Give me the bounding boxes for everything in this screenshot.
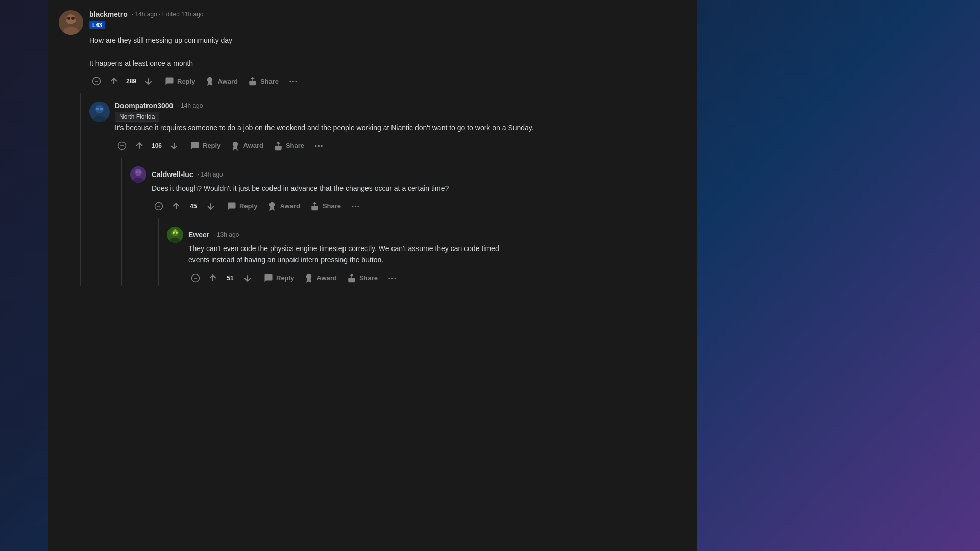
comment-header-eweer: Eweer · 13h ago — [167, 227, 697, 243]
share-icon-eweer — [347, 273, 356, 283]
svg-point-4 — [71, 17, 75, 20]
user-info-doompatron: Doompatron3000 · 14h ago North Florida — [115, 102, 203, 122]
location-doompatron: North Florida — [115, 112, 203, 122]
award-button-eweer[interactable]: Award — [300, 270, 341, 286]
avatar-image-caldwell — [130, 166, 146, 183]
avatar-image-eweer — [167, 227, 183, 243]
comment-block-eweer: Eweer · 13h ago They can't even code the… — [167, 218, 697, 286]
share-icon-doompatron — [274, 141, 283, 151]
comment-body-doompatron: It's because it requires someone to do a… — [89, 122, 697, 286]
avatar-image-blackmetro — [59, 10, 83, 35]
action-bar-blackmetro: 289 Reply — [89, 73, 687, 89]
vote-section-eweer: 51 — [205, 271, 256, 285]
svg-point-19 — [135, 169, 142, 176]
reply-button-doompatron[interactable]: Reply — [186, 138, 225, 154]
username-row-caldwell: Caldwell-luc · 14h ago — [152, 170, 223, 179]
comment-text-caldwell: Does it though? Wouldn't it just be code… — [152, 183, 697, 194]
comment-block-caldwell: Caldwell-luc · 14h ago Does it though? W… — [130, 158, 697, 286]
action-bar-doompatron: 106 Reply — [115, 138, 697, 154]
comment-body-eweer: They can't even code the physics engine … — [167, 243, 697, 286]
username-row-doompatron: Doompatron3000 · 14h ago — [115, 102, 203, 110]
collapse-icon-doompatron — [117, 141, 127, 151]
comment-block-doompatron: Doompatron3000 · 14h ago North Florida I… — [89, 93, 697, 286]
award-button-doompatron[interactable]: Award — [227, 138, 267, 154]
username-row-eweer: Eweer · 13h ago — [188, 231, 239, 239]
upvote-icon-caldwell — [171, 201, 181, 211]
comment-header-doompatron: Doompatron3000 · 14h ago North Florida — [89, 102, 697, 122]
svg-point-34 — [307, 274, 311, 279]
collapse-icon — [92, 77, 101, 86]
share-button-eweer[interactable]: Share — [343, 270, 382, 286]
comment-text-eweer: They can't even code the physics engine … — [188, 243, 697, 266]
username-eweer: Eweer — [188, 231, 209, 239]
downvote-button-caldwell[interactable] — [203, 199, 219, 213]
share-icon-caldwell — [310, 202, 320, 211]
comment-body-caldwell: Does it though? Wouldn't it just be code… — [130, 183, 697, 286]
vote-count-caldwell: 45 — [187, 203, 200, 210]
downvote-button-doompatron[interactable] — [166, 139, 182, 153]
svg-point-31 — [176, 232, 178, 234]
level-badge-blackmetro: L43 — [89, 20, 204, 29]
upvote-button-doompatron[interactable] — [131, 139, 148, 153]
svg-point-30 — [173, 232, 175, 234]
collapse-button-eweer[interactable] — [188, 271, 203, 285]
vote-count-doompatron: 106 — [151, 142, 163, 149]
downvote-button-eweer[interactable] — [239, 271, 256, 285]
upvote-button-eweer[interactable] — [205, 271, 221, 285]
svg-point-22 — [139, 171, 141, 173]
timestamp-blackmetro: · 14h ago · Edited 11h ago — [132, 11, 204, 18]
avatar-blackmetro — [59, 10, 83, 35]
username-row-blackmetro: blackmetro · 14h ago · Edited 11h ago — [89, 10, 204, 18]
more-button-eweer[interactable]: ··· — [384, 270, 401, 286]
award-icon-doompatron — [231, 141, 240, 151]
reply-button-eweer[interactable]: Reply — [260, 270, 298, 286]
svg-point-21 — [136, 171, 138, 173]
vote-count-blackmetro: 289 — [125, 78, 137, 85]
svg-rect-14 — [100, 108, 103, 110]
more-button-blackmetro[interactable]: ··· — [285, 73, 302, 89]
collapse-icon-eweer — [191, 273, 200, 283]
downvote-icon — [143, 76, 154, 86]
comment-text-blackmetro: How are they still messing up community … — [89, 35, 687, 69]
collapse-button-blackmetro[interactable] — [89, 74, 104, 88]
vote-section-caldwell: 45 — [168, 199, 219, 213]
reply-button-blackmetro[interactable]: Reply — [161, 73, 199, 89]
collapse-button-caldwell[interactable] — [152, 199, 166, 213]
upvote-button-blackmetro[interactable] — [106, 74, 122, 88]
award-icon-caldwell — [267, 202, 277, 211]
award-icon-blackmetro — [205, 77, 214, 86]
comment-caldwell: Caldwell-luc · 14h ago Does it though? W… — [121, 158, 697, 286]
svg-point-17 — [233, 142, 238, 146]
upvote-button-caldwell[interactable] — [168, 199, 184, 213]
timestamp-doompatron: · 14h ago — [177, 102, 203, 109]
username-blackmetro: blackmetro — [89, 10, 128, 18]
award-button-blackmetro[interactable]: Award — [201, 73, 242, 89]
award-icon-eweer — [304, 273, 313, 283]
share-button-blackmetro[interactable]: Share — [244, 73, 283, 89]
username-doompatron: Doompatron3000 — [115, 102, 173, 110]
reply-icon-caldwell — [227, 202, 236, 211]
more-button-doompatron[interactable]: ··· — [310, 138, 327, 154]
share-button-caldwell[interactable]: Share — [306, 198, 345, 214]
svg-point-9 — [208, 78, 212, 82]
award-button-caldwell[interactable]: Award — [263, 198, 304, 214]
avatar-caldwell — [130, 166, 146, 183]
comment-body-blackmetro: How are they still messing up community … — [59, 35, 687, 89]
action-bar-eweer: 51 — [188, 270, 697, 286]
upvote-icon-doompatron — [134, 141, 144, 151]
svg-point-3 — [67, 17, 70, 20]
more-button-caldwell[interactable]: ··· — [347, 198, 364, 214]
share-icon-blackmetro — [248, 77, 257, 86]
vote-section-blackmetro: 289 — [106, 74, 157, 88]
timestamp-eweer: · 13h ago — [213, 231, 239, 238]
reply-button-caldwell[interactable]: Reply — [223, 198, 261, 214]
collapse-button-doompatron[interactable] — [115, 139, 129, 153]
downvote-button-blackmetro[interactable] — [140, 74, 157, 88]
collapse-icon-caldwell — [154, 202, 163, 211]
comment-text-doompatron: It's because it requires someone to do a… — [115, 122, 697, 133]
share-button-doompatron[interactable]: Share — [270, 138, 308, 154]
timestamp-caldwell: · 14h ago — [198, 171, 223, 178]
downvote-icon-doompatron — [169, 141, 179, 151]
downvote-icon-eweer — [242, 273, 253, 283]
svg-point-1 — [66, 14, 76, 24]
